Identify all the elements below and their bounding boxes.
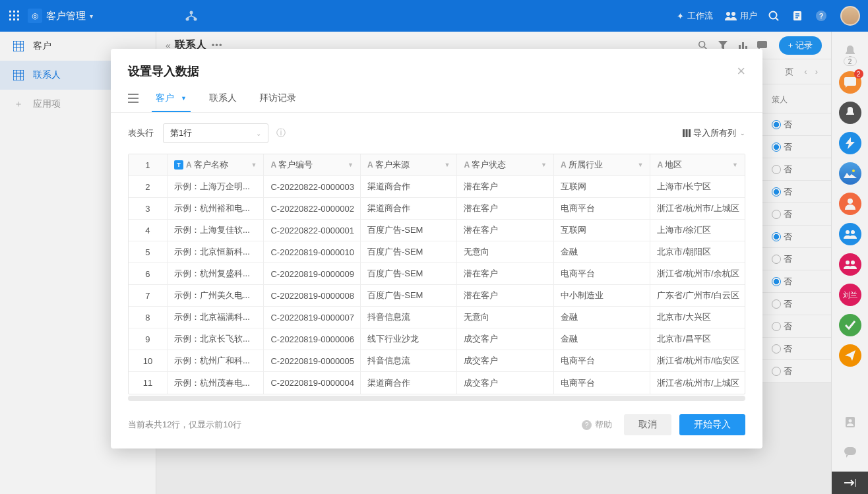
cell-industry: 电商平台 [554, 198, 651, 219]
dialog-tabs: 客户▼ 联系人 拜访记录 [111, 84, 762, 113]
cell-name: 示例：杭州复盛科... [168, 263, 264, 284]
chevron-down-icon: ▼ [732, 162, 738, 168]
dialog-title: 设置导入数据 [128, 63, 199, 79]
import-preview-table: 1 TA客户名称▼ A客户编号▼ A客户来源▼ A客户状态▼ A所属行业▼ A地… [128, 154, 745, 394]
cell-industry: 电商平台 [554, 372, 651, 394]
cell-status: 潜在客户 [457, 285, 554, 306]
chevron-down-icon: ▼ [638, 162, 644, 168]
cell-code: C-20220819-0000005 [264, 350, 361, 371]
row-number-header: 1 [129, 154, 168, 175]
row-number: 8 [129, 307, 168, 328]
row-number: 6 [129, 263, 168, 284]
cell-code: C-20220819-0000008 [264, 285, 361, 306]
cell-code: C-20220822-0000003 [264, 176, 361, 197]
header-row-select[interactable]: 第1行 ⌄ [163, 123, 268, 143]
table-row[interactable]: 11示例：杭州茂春电...C-20220819-0000004渠道商合作成交客户… [129, 372, 745, 394]
cancel-button[interactable]: 取消 [624, 414, 671, 435]
cell-name: 示例：上海复佳软... [168, 220, 264, 241]
table-row[interactable]: 3示例：杭州裕和电...C-20220822-0000002渠道商合作潜在客户电… [129, 198, 745, 220]
col-header-industry[interactable]: A所属行业▼ [554, 154, 651, 175]
cell-source: 百度广告-SEM [361, 220, 458, 241]
row-number: 2 [129, 176, 168, 197]
cell-source: 抖音信息流 [361, 307, 458, 328]
start-import-button[interactable]: 开始导入 [679, 414, 745, 435]
cell-status: 无意向 [457, 307, 554, 328]
table-row[interactable]: 6示例：杭州复盛科...C-20220819-0000009百度广告-SEM潜在… [129, 263, 745, 285]
cell-region: 浙江省/杭州市/余杭区 [650, 263, 745, 284]
cell-source: 百度广告-SEM [361, 263, 458, 284]
cell-code: C-20220819-0000006 [264, 328, 361, 350]
cell-source: 渠道商合作 [361, 372, 458, 394]
chevron-down-icon[interactable]: ▼ [181, 95, 187, 102]
tab-visits[interactable]: 拜访记录 [255, 84, 300, 112]
col-header-status[interactable]: A客户状态▼ [457, 154, 554, 175]
cell-source: 渠道商合作 [361, 198, 458, 219]
table-row[interactable]: 5示例：北京恒新科...C-20220819-0000010百度广告-SEM无意… [129, 241, 745, 263]
chevron-down-icon: ▼ [541, 162, 547, 168]
horizontal-scrollbar[interactable] [128, 396, 745, 401]
cell-industry: 互联网 [554, 220, 651, 241]
table-row[interactable]: 4示例：上海复佳软...C-20220822-0000001百度广告-SEM潜在… [129, 220, 745, 241]
table-row[interactable]: 7示例：广州美久电...C-20220819-0000008百度广告-SEM潜在… [129, 285, 745, 307]
cell-region: 北京市/昌平区 [650, 328, 745, 350]
cell-region: 浙江省/杭州市/临安区 [650, 350, 745, 371]
chevron-down-icon: ▼ [348, 162, 354, 168]
cell-name: 示例：广州美久电... [168, 285, 264, 306]
row-number: 3 [129, 198, 168, 219]
table-row[interactable]: 10示例：杭州广和科...C-20220819-0000005抖音信息流成交客户… [129, 350, 745, 372]
cell-code: C-20220819-0000004 [264, 372, 361, 394]
cell-region: 浙江省/杭州市/上城区 [650, 198, 745, 219]
cell-region: 浙江省/杭州市/上城区 [650, 372, 745, 394]
cell-code: C-20220819-0000009 [264, 263, 361, 284]
info-icon[interactable]: ⓘ [276, 127, 286, 139]
col-header-source[interactable]: A客户来源▼ [361, 154, 458, 175]
row-number: 11 [129, 372, 168, 394]
cell-source: 百度广告-SEM [361, 285, 458, 306]
cell-region: 上海市/徐汇区 [650, 220, 745, 241]
row-number: 5 [129, 241, 168, 262]
svg-rect-36 [686, 129, 688, 137]
import-all-columns-button[interactable]: 导入所有列 ⌄ [683, 127, 745, 139]
cell-status: 无意向 [457, 241, 554, 262]
cell-industry: 金融 [554, 241, 651, 262]
help-button[interactable]: ?帮助 [582, 419, 612, 431]
chevron-down-icon: ⌄ [256, 130, 261, 137]
cell-region: 广东省/广州市/白云区 [650, 285, 745, 306]
cell-source: 渠道商合作 [361, 176, 458, 197]
tab-customers[interactable]: 客户▼ [152, 84, 191, 112]
cell-code: C-20220822-0000001 [264, 220, 361, 241]
cell-industry: 中小制造业 [554, 285, 651, 306]
cell-status: 潜在客户 [457, 263, 554, 284]
cell-name: 示例：北京长飞软... [168, 328, 264, 350]
text-type-icon: T [174, 160, 183, 170]
cell-region: 上海市/长宁区 [650, 176, 745, 197]
row-number: 7 [129, 285, 168, 306]
columns-icon [683, 129, 691, 137]
chevron-down-icon: ⌄ [740, 130, 745, 137]
table-row[interactable]: 9示例：北京长飞软...C-20220819-0000006线下行业沙龙成交客户… [129, 328, 745, 350]
close-icon[interactable]: × [737, 64, 745, 78]
tab-contacts[interactable]: 联系人 [205, 84, 241, 112]
chevron-down-icon: ▼ [445, 162, 450, 168]
cell-industry: 金融 [554, 328, 651, 350]
cell-region: 北京市/大兴区 [650, 307, 745, 328]
table-row[interactable]: 8示例：北京福满科...C-20220819-0000007抖音信息流无意向金融… [129, 307, 745, 328]
cell-name: 示例：杭州广和科... [168, 350, 264, 371]
row-number: 9 [129, 328, 168, 350]
col-header-region[interactable]: A地区▼ [650, 154, 745, 175]
chevron-down-icon: ▼ [251, 162, 257, 168]
col-header-name[interactable]: TA客户名称▼ [168, 154, 264, 175]
col-header-code[interactable]: A客户编号▼ [264, 154, 361, 175]
cell-name: 示例：北京恒新科... [168, 241, 264, 262]
import-dialog: 设置导入数据 × 客户▼ 联系人 拜访记录 表头行 第1行 ⌄ ⓘ 导入所有列 … [111, 49, 762, 448]
header-row-label: 表头行 [128, 127, 154, 139]
row-number: 4 [129, 220, 168, 241]
cell-status: 潜在客户 [457, 176, 554, 197]
cell-status: 成交客户 [457, 350, 554, 371]
cell-industry: 金融 [554, 307, 651, 328]
cell-industry: 电商平台 [554, 263, 651, 284]
cell-name: 示例：杭州茂春电... [168, 372, 264, 394]
menu-icon[interactable] [128, 94, 139, 103]
cell-source: 线下行业沙龙 [361, 328, 458, 350]
table-row[interactable]: 2示例：上海万企明...C-20220822-0000003渠道商合作潜在客户互… [129, 176, 745, 198]
